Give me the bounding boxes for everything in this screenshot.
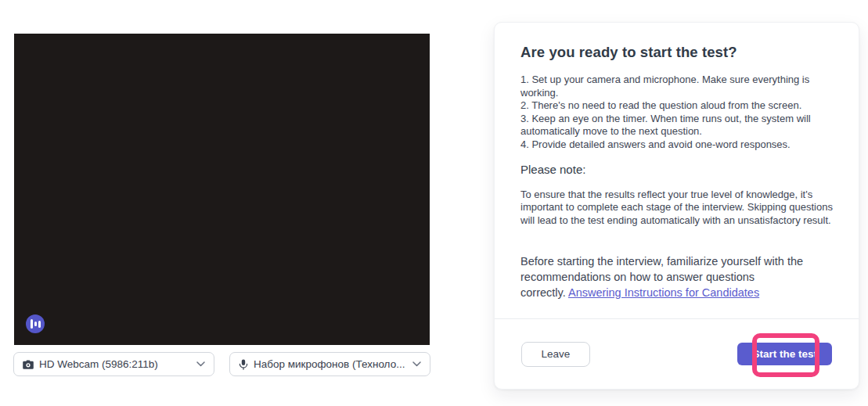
microphone-select-value: Набор микрофонов (Техноло... <box>254 358 407 370</box>
start-test-card: Are you ready to start the test? 1. Set … <box>494 22 859 390</box>
note-title: Please note: <box>520 163 833 176</box>
answering-instructions-link[interactable]: Answering Instructions for Candidates <box>568 286 759 299</box>
card-footer: Leave Start the test <box>495 318 859 389</box>
audio-level-button[interactable] <box>26 314 45 333</box>
before-start-text: Before starting the interview, familiari… <box>520 253 813 285</box>
card-title: Are you ready to start the test? <box>520 44 833 61</box>
microphone-icon <box>239 359 248 370</box>
instruction-item: 3. Keep an eye on the timer. When time r… <box>520 113 833 138</box>
instructions-list: 1. Set up your camera and microphone. Ma… <box>520 74 833 152</box>
instruction-item: 1. Set up your camera and microphone. Ma… <box>520 74 833 99</box>
camera-select-value: HD Webcam (5986:211b) <box>39 358 191 370</box>
microphone-select[interactable]: Набор микрофонов (Техноло... <box>229 352 430 376</box>
webcam-preview <box>14 34 430 345</box>
start-test-button[interactable]: Start the test <box>737 343 832 365</box>
note-body: To ensure that the results reflect your … <box>520 189 833 228</box>
before-start-paragraph: Before starting the interview, familiari… <box>520 253 833 300</box>
chevron-down-icon <box>412 361 421 367</box>
audio-level-icon <box>31 319 41 329</box>
camera-select[interactable]: HD Webcam (5986:211b) <box>13 352 214 376</box>
chevron-down-icon <box>196 361 205 367</box>
before-start-tail: correctly. <box>520 286 568 299</box>
card-body: Are you ready to start the test? 1. Set … <box>495 23 859 300</box>
instruction-item: 2. There's no need to read the question … <box>520 99 833 113</box>
camera-icon <box>23 360 34 369</box>
instruction-item: 4. Provide detailed answers and avoid on… <box>520 138 833 152</box>
leave-button[interactable]: Leave <box>521 342 590 367</box>
